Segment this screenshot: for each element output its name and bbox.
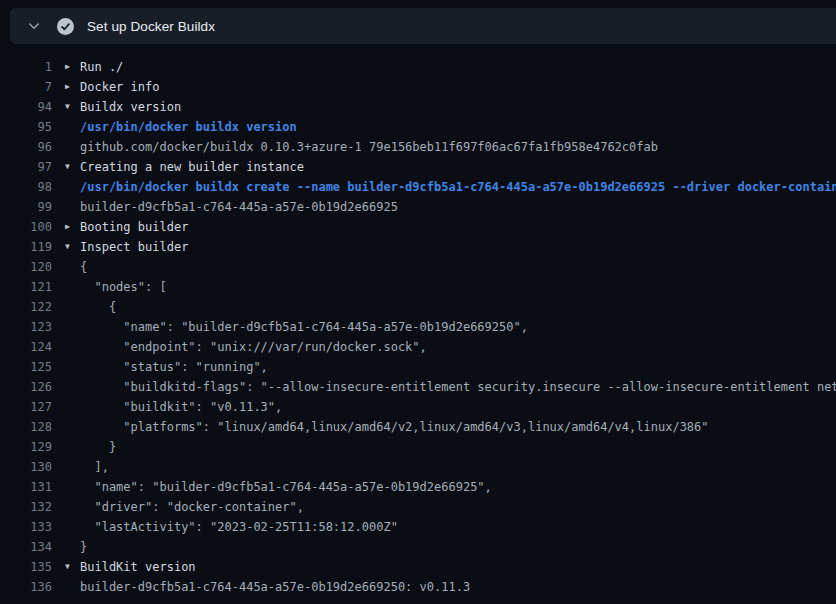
log-line: 133 "lastActivity": "2023-02-25T11:58:12… <box>0 517 836 537</box>
arrow-spacer <box>65 197 80 217</box>
triangle-collapsed-icon[interactable]: ▶ <box>65 57 80 77</box>
log-text-output: "platforms": "linux/amd64,linux/amd64/v2… <box>80 417 709 437</box>
log-group-line[interactable]: 97▼Creating a new builder instance <box>0 157 836 177</box>
line-number: 122 <box>0 297 52 317</box>
log-line: 120{ <box>0 257 836 277</box>
line-number: 129 <box>0 437 52 457</box>
log-text-output: "status": "running", <box>80 357 268 377</box>
line-number: 121 <box>0 277 52 297</box>
log-text-output: "name": "builder-d9cfb5a1-c764-445a-a57e… <box>80 317 528 337</box>
log-line: 131 "name": "builder-d9cfb5a1-c764-445a-… <box>0 477 836 497</box>
triangle-expanded-icon[interactable]: ▼ <box>65 97 80 117</box>
log-text-output: } <box>80 437 116 457</box>
log-text-output: "name": "builder-d9cfb5a1-c764-445a-a57e… <box>80 477 492 497</box>
arrow-spacer <box>65 377 80 397</box>
log-line: 129 } <box>0 437 836 457</box>
triangle-expanded-icon[interactable]: ▼ <box>65 157 80 177</box>
arrow-spacer <box>65 417 80 437</box>
log-line: 125 "status": "running", <box>0 357 836 377</box>
line-number: 97 <box>0 157 52 177</box>
line-number: 132 <box>0 497 52 517</box>
step-title: Set up Docker Buildx <box>87 19 215 34</box>
log-text-output: "nodes": [ <box>80 277 167 297</box>
log-text-output: { <box>80 257 87 277</box>
triangle-expanded-icon[interactable]: ▼ <box>65 557 80 577</box>
line-number: 134 <box>0 537 52 557</box>
log-line: 126 "buildkitd-flags": "--allow-insecure… <box>0 377 836 397</box>
log-text-group: Inspect builder <box>80 237 188 257</box>
line-number: 96 <box>0 137 52 157</box>
chevron-down-icon[interactable] <box>26 18 42 34</box>
log-text-output: "buildkit": "v0.11.3", <box>80 397 282 417</box>
arrow-spacer <box>65 257 80 277</box>
log-group-line[interactable]: 7▶Docker info <box>0 77 836 97</box>
line-number: 98 <box>0 177 52 197</box>
line-number: 120 <box>0 257 52 277</box>
arrow-spacer <box>65 537 80 557</box>
line-number: 125 <box>0 357 52 377</box>
line-number: 119 <box>0 237 52 257</box>
line-number: 94 <box>0 97 52 117</box>
log-text-group: Run ./ <box>80 57 123 77</box>
line-number: 130 <box>0 457 52 477</box>
arrow-spacer <box>65 117 80 137</box>
line-number: 133 <box>0 517 52 537</box>
log-text-output: github.com/docker/buildx 0.10.3+azure-1 … <box>80 137 658 157</box>
arrow-spacer <box>65 517 80 537</box>
log-text-output: { <box>80 297 116 317</box>
log-group-line[interactable]: 1▶Run ./ <box>0 57 836 77</box>
log-text-output: builder-d9cfb5a1-c764-445a-a57e-0b19d2e6… <box>80 577 470 597</box>
triangle-expanded-icon[interactable]: ▼ <box>65 237 80 257</box>
arrow-spacer <box>65 577 80 597</box>
log-line: 98/usr/bin/docker buildx create --name b… <box>0 177 836 197</box>
line-number: 136 <box>0 577 52 597</box>
log-text-output: ], <box>80 457 109 477</box>
log-group-line[interactable]: 100▶Booting builder <box>0 217 836 237</box>
log-text-group: Docker info <box>80 77 159 97</box>
log-text-output: builder-d9cfb5a1-c764-445a-a57e-0b19d2e6… <box>80 197 398 217</box>
arrow-spacer <box>65 277 80 297</box>
triangle-collapsed-icon[interactable]: ▶ <box>65 217 80 237</box>
log-line: 122 { <box>0 297 836 317</box>
log-text-output: } <box>80 537 87 557</box>
arrow-spacer <box>65 457 80 477</box>
log-group-line[interactable]: 119▼Inspect builder <box>0 237 836 257</box>
log-text-group: Buildx version <box>80 97 181 117</box>
log-text-group: Booting builder <box>80 217 188 237</box>
log-text-output: "endpoint": "unix:///var/run/docker.sock… <box>80 337 427 357</box>
arrow-spacer <box>65 437 80 457</box>
log-line: 130 ], <box>0 457 836 477</box>
arrow-spacer <box>65 177 80 197</box>
check-circle-icon <box>57 18 74 35</box>
line-number: 128 <box>0 417 52 437</box>
log-line: 124 "endpoint": "unix:///var/run/docker.… <box>0 337 836 357</box>
line-number: 126 <box>0 377 52 397</box>
log-text-output: "buildkitd-flags": "--allow-insecure-ent… <box>80 377 836 397</box>
log-line: 99builder-d9cfb5a1-c764-445a-a57e-0b19d2… <box>0 197 836 217</box>
line-number: 95 <box>0 117 52 137</box>
arrow-spacer <box>65 137 80 157</box>
line-number: 124 <box>0 337 52 357</box>
line-number: 127 <box>0 397 52 417</box>
line-number: 123 <box>0 317 52 337</box>
log-group-line[interactable]: 94▼Buildx version <box>0 97 836 117</box>
line-number: 135 <box>0 557 52 577</box>
log-text-output: "lastActivity": "2023-02-25T11:58:12.000… <box>80 517 398 537</box>
triangle-collapsed-icon[interactable]: ▶ <box>65 77 80 97</box>
log-line: 134} <box>0 537 836 557</box>
step-header[interactable]: Set up Docker Buildx <box>10 8 836 44</box>
arrow-spacer <box>65 357 80 377</box>
log-line: 95/usr/bin/docker buildx version <box>0 117 836 137</box>
line-number: 1 <box>0 57 52 77</box>
log-text-group: Creating a new builder instance <box>80 157 304 177</box>
log-output: 1▶Run ./7▶Docker info94▼Buildx version95… <box>0 44 836 597</box>
arrow-spacer <box>65 477 80 497</box>
line-number: 100 <box>0 217 52 237</box>
line-number: 99 <box>0 197 52 217</box>
log-line: 136builder-d9cfb5a1-c764-445a-a57e-0b19d… <box>0 577 836 597</box>
log-text-group: BuildKit version <box>80 557 196 577</box>
arrow-spacer <box>65 397 80 417</box>
log-line: 123 "name": "builder-d9cfb5a1-c764-445a-… <box>0 317 836 337</box>
log-group-line[interactable]: 135▼BuildKit version <box>0 557 836 577</box>
arrow-spacer <box>65 337 80 357</box>
